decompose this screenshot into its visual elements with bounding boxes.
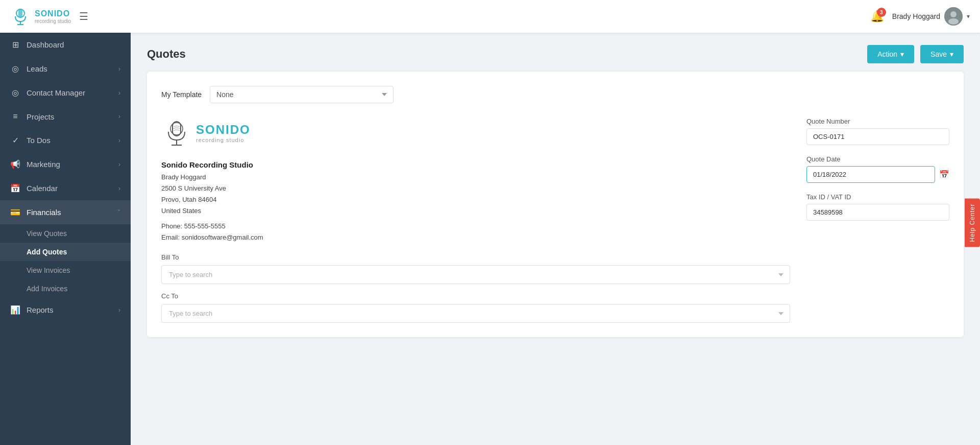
quote-date-group: Quote Date 📅 <box>806 155 949 183</box>
notification-bell[interactable]: 🔔 3 <box>870 10 884 23</box>
sidebar-item-dashboard[interactable]: ⊞ Dashboard <box>0 33 131 57</box>
calendar-icon: 📅 <box>10 183 20 193</box>
page-header: Quotes Action ▾ Save ▾ <box>131 33 980 72</box>
quote-number-label: Quote Number <box>806 118 949 125</box>
notification-badge: 3 <box>877 8 886 17</box>
quote-card: My Template None Template 1 Template 2 <box>147 72 964 337</box>
brand-name: SONIDO <box>35 9 71 18</box>
action-chevron-icon: ▾ <box>900 50 904 58</box>
marketing-icon: 📢 <box>10 159 20 169</box>
user-menu[interactable]: Brady Hoggard ▾ <box>892 7 970 26</box>
calendar-chevron-icon: › <box>118 185 120 192</box>
calendar-icon[interactable]: 📅 <box>939 170 949 179</box>
action-button[interactable]: Action ▾ <box>867 45 914 63</box>
dashboard-icon: ⊞ <box>10 40 20 50</box>
main-layout: ⊞ Dashboard ◎ Leads › ◎ Contact Manager … <box>0 33 980 445</box>
todos-chevron-icon: › <box>118 137 120 144</box>
company-brand-name: SONIDO <box>196 123 251 137</box>
svg-point-6 <box>948 18 959 25</box>
sidebar-item-label: To Dos <box>27 136 51 145</box>
user-chevron-icon: ▾ <box>967 13 970 20</box>
help-center-tab[interactable]: Help Center <box>965 198 980 247</box>
sidebar-sub-view-invoices[interactable]: View Invoices <box>0 261 131 279</box>
financials-icon: 💳 <box>10 207 20 217</box>
company-email: Email: sonidosoftware@gmail.com <box>161 232 790 243</box>
sidebar-item-label: Financials <box>27 208 61 217</box>
contact-manager-chevron-icon: › <box>118 89 120 97</box>
page-title: Quotes <box>147 48 186 61</box>
quote-date-input[interactable] <box>806 166 935 183</box>
leads-chevron-icon: › <box>118 65 120 73</box>
company-address1: 2500 S University Ave <box>161 183 790 194</box>
template-row: My Template None Template 1 Template 2 <box>161 86 949 103</box>
sidebar-item-label: Contact Manager <box>27 88 85 97</box>
template-label: My Template <box>161 90 202 99</box>
template-select[interactable]: None Template 1 Template 2 <box>210 86 394 103</box>
avatar <box>944 7 963 26</box>
company-logo-icon <box>161 118 192 148</box>
tax-id-label: Tax ID / VAT ID <box>806 193 949 201</box>
save-button[interactable]: Save ▾ <box>920 45 964 63</box>
company-info: Sonido Recording Studio Brady Hoggard 25… <box>161 158 790 243</box>
header-left: SONIDO recording studio ☰ <box>10 6 88 27</box>
company-address2: Provo, Utah 84604 <box>161 194 790 205</box>
financials-chevron-icon: ˅ <box>117 209 120 216</box>
svg-point-5 <box>950 11 957 17</box>
company-name: Sonido Recording Studio <box>161 158 790 172</box>
projects-icon: ≡ <box>10 112 20 121</box>
sidebar-item-label: Dashboard <box>27 40 64 49</box>
company-person: Brady Hoggard <box>161 172 790 183</box>
sidebar-item-label: Projects <box>27 112 54 121</box>
sidebar-item-marketing[interactable]: 📢 Marketing › <box>0 152 131 176</box>
reports-icon: 📊 <box>10 305 20 315</box>
marketing-chevron-icon: › <box>118 161 120 168</box>
quote-left: SONIDO recording studio Sonido Recording… <box>161 118 790 323</box>
sidebar-item-todos[interactable]: ✓ To Dos › <box>0 128 131 152</box>
quote-number-group: Quote Number OCS-0171 <box>806 118 949 145</box>
sidebar-item-calendar[interactable]: 📅 Calendar › <box>0 176 131 200</box>
brand-sub: recording studio <box>35 18 71 24</box>
hamburger-menu[interactable]: ☰ <box>79 10 88 22</box>
sidebar-sub-add-quotes[interactable]: Add Quotes <box>0 243 131 261</box>
header: SONIDO recording studio ☰ 🔔 3 Brady Hogg… <box>0 0 980 33</box>
page-actions: Action ▾ Save ▾ <box>867 45 964 63</box>
sidebar-item-reports[interactable]: 📊 Reports › <box>0 298 131 322</box>
save-chevron-icon: ▾ <box>950 50 953 58</box>
sidebar-sub-view-quotes[interactable]: View Quotes <box>0 224 131 243</box>
company-country: United States <box>161 205 790 217</box>
sidebar-sub-add-invoices[interactable]: Add Invoices <box>0 279 131 298</box>
quote-number-value: OCS-0171 <box>806 128 949 145</box>
help-center-label: Help Center <box>965 198 980 247</box>
cc-to-label: Cc To <box>161 292 790 300</box>
sidebar-item-financials[interactable]: 💳 Financials ˅ <box>0 200 131 224</box>
quote-right: Quote Number OCS-0171 Quote Date 📅 Tax I <box>806 118 949 323</box>
cc-to-select[interactable]: Type to search <box>161 304 790 323</box>
company-phone: Phone: 555-555-5555 <box>161 221 790 232</box>
svg-rect-1 <box>18 9 22 17</box>
quote-date-label: Quote Date <box>806 155 949 163</box>
bill-to-section: Bill To Type to search <box>161 253 790 284</box>
header-logo-icon <box>10 6 31 27</box>
tax-id-group: Tax ID / VAT ID 34589598 <box>806 193 949 221</box>
sidebar: ⊞ Dashboard ◎ Leads › ◎ Contact Manager … <box>0 33 131 445</box>
sidebar-item-leads[interactable]: ◎ Leads › <box>0 57 131 81</box>
sidebar-item-contact-manager[interactable]: ◎ Contact Manager › <box>0 81 131 105</box>
leads-icon: ◎ <box>10 64 20 74</box>
content-area: Quotes Action ▾ Save ▾ My Template None … <box>131 33 980 445</box>
sidebar-item-label: Leads <box>27 64 47 73</box>
bill-to-select[interactable]: Type to search <box>161 265 790 284</box>
bill-to-label: Bill To <box>161 253 790 261</box>
company-logo: SONIDO recording studio <box>161 118 790 148</box>
sidebar-item-projects[interactable]: ≡ Projects › <box>0 105 131 128</box>
sidebar-item-label: Marketing <box>27 160 60 169</box>
sidebar-item-label: Reports <box>27 306 54 314</box>
user-name: Brady Hoggard <box>892 12 940 20</box>
cc-to-section: Cc To Type to search <box>161 292 790 323</box>
quote-body: SONIDO recording studio Sonido Recording… <box>161 118 949 323</box>
logo-area: SONIDO recording studio <box>10 6 71 27</box>
sidebar-item-label: Calendar <box>27 184 58 193</box>
contact-manager-icon: ◎ <box>10 88 20 98</box>
tax-id-value: 34589598 <box>806 204 949 221</box>
reports-chevron-icon: › <box>118 307 120 314</box>
company-brand-sub: recording studio <box>196 137 251 143</box>
